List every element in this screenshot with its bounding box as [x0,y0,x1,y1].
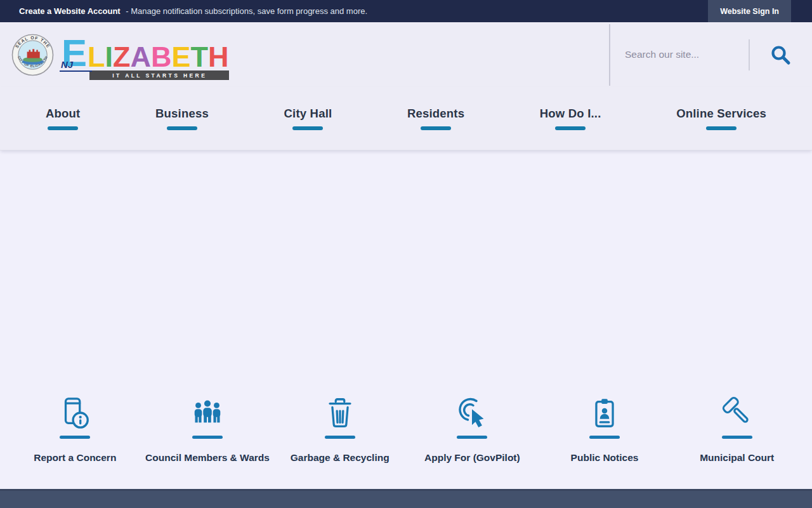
search-icon [770,44,791,65]
quick-link-underline [589,436,620,439]
create-account-link[interactable]: Create a Website Account [19,6,121,16]
quick-link-public-notices[interactable]: Public Notices [539,388,671,464]
quick-link-apply-for-govpilot[interactable]: Apply For (GovPilot) [406,388,539,464]
account-promo-description: - Manage notification subscriptions, sav… [126,6,367,16]
logo-letter: A [131,45,152,70]
footer-bar [0,489,812,508]
quick-link-garbage-recycling[interactable]: Garbage & Recycling [273,388,406,464]
quick-link-underline [60,436,90,439]
logo-letter: E [172,45,191,70]
quick-link-underline [722,436,752,439]
mobile-report-icon [57,396,93,430]
nav-underline [167,126,197,130]
site-header: SEAL OF THE CITY OF ELIZABETH E L I Z A … [0,22,812,87]
logo-state-abbr: NJ [60,59,92,72]
council-people-icon [190,396,225,430]
nav-underline [48,126,78,130]
logo-wordmark: E L I Z A B E T H IT ALL STARTS HERE NJ [62,29,229,80]
logo-letter: T [191,45,209,70]
quick-link-underline [325,436,355,439]
city-seal-icon: SEAL OF THE CITY OF ELIZABETH [11,34,54,76]
logo-letter: Z [113,45,131,70]
quick-link-report-a-concern[interactable]: Report a Concern [9,388,141,464]
nav-item-residents[interactable]: Residents [407,107,464,130]
clipboard-notice-icon [587,396,622,430]
nav-underline [292,126,323,130]
quick-link-underline [457,436,487,439]
trash-icon [322,396,358,430]
quick-link-underline [192,436,223,439]
top-utility-bar: Create a Website Account - Manage notifi… [0,0,812,22]
logo-letter: I [105,45,114,70]
website-sign-in-button[interactable]: Website Sign In [708,0,791,22]
logo-letter: H [208,45,229,70]
nav-item-how-do-i[interactable]: How Do I... [540,107,601,130]
nav-underline [555,126,586,130]
nav-item-online-services[interactable]: Online Services [676,107,766,130]
account-promo-text: Create a Website Account - Manage notifi… [19,6,367,16]
quick-link-municipal-court[interactable]: Municipal Court [671,388,803,464]
search-input[interactable] [610,49,749,60]
search-divider [749,39,750,70]
quick-links-row: Report a Concern [9,388,803,464]
nav-item-business[interactable]: Business [155,107,209,130]
site-logo[interactable]: SEAL OF THE CITY OF ELIZABETH E L I Z A … [11,29,229,80]
search-button[interactable] [760,34,801,75]
logo-tagline: IT ALL STARTS HERE [89,70,229,80]
tap-apply-icon [453,396,491,430]
nav-underline [421,126,451,130]
logo-letter: B [151,45,172,70]
site-search [609,22,812,87]
quick-link-council-members[interactable]: Council Members & Wards [141,388,274,464]
main-content: Report a Concern [0,150,812,489]
nav-underline [706,126,737,130]
nav-item-city-hall[interactable]: City Hall [284,107,332,130]
nav-item-about[interactable]: About [46,107,80,130]
main-navigation: About Business City Hall Residents How D… [0,87,812,150]
gavel-icon [719,396,756,430]
